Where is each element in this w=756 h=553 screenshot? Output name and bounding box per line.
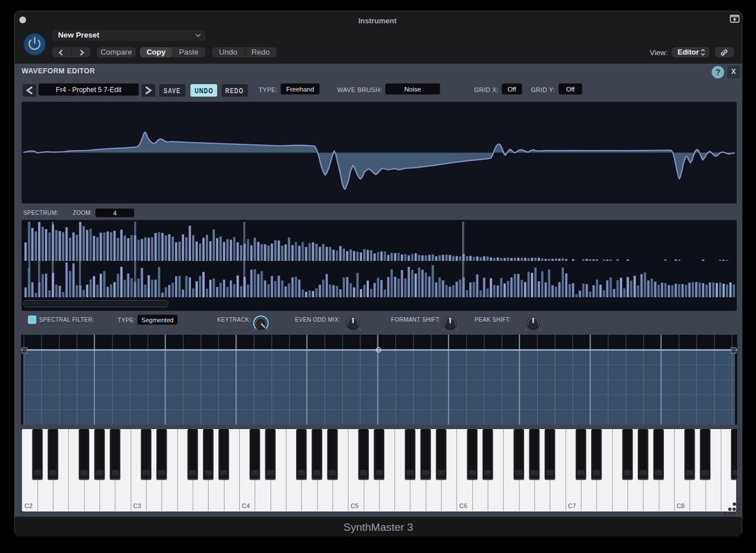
svg-text:C6: C6 (459, 502, 467, 509)
svg-text:C2: C2 (24, 502, 32, 509)
svg-text:C5: C5 (351, 502, 359, 509)
svg-text:C4: C4 (242, 502, 250, 509)
svg-text:C7: C7 (568, 502, 576, 509)
svg-text:C8: C8 (676, 502, 684, 509)
svg-text:C3: C3 (133, 502, 141, 509)
